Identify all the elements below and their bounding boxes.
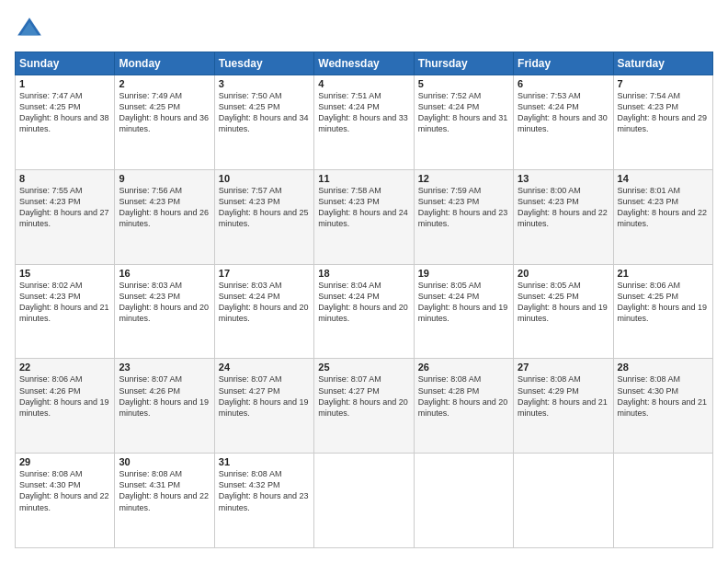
day-info: Sunrise: 8:00 AMSunset: 4:23 PMDaylight:… [518,185,609,230]
day-header-thursday: Thursday [414,52,513,75]
day-info: Sunrise: 8:06 AMSunset: 4:25 PMDaylight:… [618,280,709,325]
day-info: Sunrise: 8:08 AMSunset: 4:29 PMDaylight:… [518,373,609,419]
day-info: Sunrise: 7:49 AMSunset: 4:25 PMDaylight:… [119,90,210,135]
day-info: Sunrise: 8:08 AMSunset: 4:30 PMDaylight:… [618,373,709,419]
day-number: 29 [19,456,110,467]
calendar-week-row: 8Sunrise: 7:55 AMSunset: 4:23 PMDaylight… [16,169,713,264]
day-number: 18 [318,268,409,279]
calendar-cell: 10Sunrise: 7:57 AMSunset: 4:23 PMDayligh… [214,169,313,264]
day-info: Sunrise: 8:05 AMSunset: 4:25 PMDaylight:… [518,280,609,325]
day-info: Sunrise: 8:07 AMSunset: 4:27 PMDaylight:… [318,373,409,419]
day-info: Sunrise: 8:08 AMSunset: 4:28 PMDaylight:… [418,373,509,419]
calendar-cell [613,454,712,548]
day-number: 12 [418,173,509,184]
day-number: 3 [219,78,310,89]
calendar-cell: 24Sunrise: 8:07 AMSunset: 4:27 PMDayligh… [214,359,313,454]
calendar-cell: 12Sunrise: 7:59 AMSunset: 4:23 PMDayligh… [414,169,513,264]
calendar-cell [314,454,414,548]
day-info: Sunrise: 8:03 AMSunset: 4:23 PMDaylight:… [119,280,210,325]
day-number: 27 [518,362,609,373]
day-info: Sunrise: 8:01 AMSunset: 4:23 PMDaylight:… [618,185,709,230]
calendar-cell: 21Sunrise: 8:06 AMSunset: 4:25 PMDayligh… [613,264,712,359]
day-info: Sunrise: 7:52 AMSunset: 4:24 PMDaylight:… [418,90,509,135]
calendar-cell: 11Sunrise: 7:58 AMSunset: 4:23 PMDayligh… [314,169,414,264]
day-number: 31 [219,456,310,467]
calendar-cell: 26Sunrise: 8:08 AMSunset: 4:28 PMDayligh… [414,359,513,454]
day-number: 15 [19,268,110,279]
day-info: Sunrise: 8:07 AMSunset: 4:27 PMDaylight:… [219,373,310,419]
day-number: 14 [618,173,709,184]
day-number: 8 [19,173,110,184]
day-number: 1 [19,78,110,89]
day-number: 20 [518,268,609,279]
day-number: 24 [219,362,310,373]
calendar-cell [414,454,513,548]
calendar-cell: 19Sunrise: 8:05 AMSunset: 4:24 PMDayligh… [414,264,513,359]
calendar-cell: 13Sunrise: 8:00 AMSunset: 4:23 PMDayligh… [514,169,613,264]
calendar-cell: 22Sunrise: 8:06 AMSunset: 4:26 PMDayligh… [16,359,115,454]
day-number: 10 [219,173,310,184]
calendar-cell: 16Sunrise: 8:03 AMSunset: 4:23 PMDayligh… [115,264,214,359]
day-info: Sunrise: 8:07 AMSunset: 4:26 PMDaylight:… [119,373,210,419]
day-info: Sunrise: 7:50 AMSunset: 4:25 PMDaylight:… [219,90,310,135]
day-number: 13 [518,173,609,184]
day-info: Sunrise: 7:58 AMSunset: 4:23 PMDaylight:… [318,185,409,230]
calendar-cell: 15Sunrise: 8:02 AMSunset: 4:23 PMDayligh… [16,264,115,359]
calendar-cell: 2Sunrise: 7:49 AMSunset: 4:25 PMDaylight… [115,75,214,170]
calendar-cell: 14Sunrise: 8:01 AMSunset: 4:23 PMDayligh… [613,169,712,264]
day-info: Sunrise: 7:55 AMSunset: 4:23 PMDaylight:… [19,185,110,230]
calendar-week-row: 1Sunrise: 7:47 AMSunset: 4:25 PMDaylight… [16,75,713,170]
calendar-cell: 6Sunrise: 7:53 AMSunset: 4:24 PMDaylight… [514,75,613,170]
day-number: 4 [318,78,409,89]
day-number: 7 [618,78,709,89]
calendar-cell: 8Sunrise: 7:55 AMSunset: 4:23 PMDaylight… [16,169,115,264]
day-number: 9 [119,173,210,184]
day-header-monday: Monday [115,52,214,75]
day-info: Sunrise: 7:53 AMSunset: 4:24 PMDaylight:… [518,90,609,135]
day-number: 17 [219,268,310,279]
day-number: 30 [119,456,210,467]
day-number: 11 [318,173,409,184]
calendar-cell: 3Sunrise: 7:50 AMSunset: 4:25 PMDaylight… [214,75,313,170]
day-info: Sunrise: 7:54 AMSunset: 4:23 PMDaylight:… [618,90,709,135]
calendar-week-row: 15Sunrise: 8:02 AMSunset: 4:23 PMDayligh… [16,264,713,359]
day-number: 6 [518,78,609,89]
day-number: 21 [618,268,709,279]
logo [15,15,48,44]
calendar-cell: 9Sunrise: 7:56 AMSunset: 4:23 PMDaylight… [115,169,214,264]
calendar-cell: 29Sunrise: 8:08 AMSunset: 4:30 PMDayligh… [16,454,115,548]
day-header-friday: Friday [514,52,613,75]
day-header-saturday: Saturday [613,52,712,75]
calendar-cell [514,454,613,548]
day-number: 26 [418,362,509,373]
day-info: Sunrise: 7:51 AMSunset: 4:24 PMDaylight:… [318,90,409,135]
day-info: Sunrise: 8:03 AMSunset: 4:24 PMDaylight:… [219,280,310,325]
calendar-cell: 4Sunrise: 7:51 AMSunset: 4:24 PMDaylight… [314,75,414,170]
calendar-cell: 1Sunrise: 7:47 AMSunset: 4:25 PMDaylight… [16,75,115,170]
calendar-table: SundayMondayTuesdayWednesdayThursdayFrid… [15,52,713,548]
header [15,15,713,44]
day-info: Sunrise: 7:56 AMSunset: 4:23 PMDaylight:… [119,185,210,230]
day-info: Sunrise: 8:08 AMSunset: 4:30 PMDaylight:… [19,468,110,513]
calendar-cell: 25Sunrise: 8:07 AMSunset: 4:27 PMDayligh… [314,359,414,454]
day-info: Sunrise: 7:57 AMSunset: 4:23 PMDaylight:… [219,185,310,230]
day-number: 16 [119,268,210,279]
day-number: 22 [19,362,110,373]
calendar-cell: 27Sunrise: 8:08 AMSunset: 4:29 PMDayligh… [514,359,613,454]
day-info: Sunrise: 7:59 AMSunset: 4:23 PMDaylight:… [418,185,509,230]
calendar-cell: 5Sunrise: 7:52 AMSunset: 4:24 PMDaylight… [414,75,513,170]
day-header-sunday: Sunday [16,52,115,75]
day-header-tuesday: Tuesday [214,52,313,75]
calendar-cell: 31Sunrise: 8:08 AMSunset: 4:32 PMDayligh… [214,454,313,548]
day-info: Sunrise: 8:06 AMSunset: 4:26 PMDaylight:… [19,373,110,419]
calendar-cell: 18Sunrise: 8:04 AMSunset: 4:24 PMDayligh… [314,264,414,359]
calendar-cell: 20Sunrise: 8:05 AMSunset: 4:25 PMDayligh… [514,264,613,359]
day-info: Sunrise: 8:08 AMSunset: 4:32 PMDaylight:… [219,468,310,513]
day-number: 28 [618,362,709,373]
day-number: 23 [119,362,210,373]
calendar-week-row: 29Sunrise: 8:08 AMSunset: 4:30 PMDayligh… [16,454,713,548]
logo-icon [15,15,44,44]
day-number: 2 [119,78,210,89]
day-number: 25 [318,362,409,373]
calendar-week-row: 22Sunrise: 8:06 AMSunset: 4:26 PMDayligh… [16,359,713,454]
